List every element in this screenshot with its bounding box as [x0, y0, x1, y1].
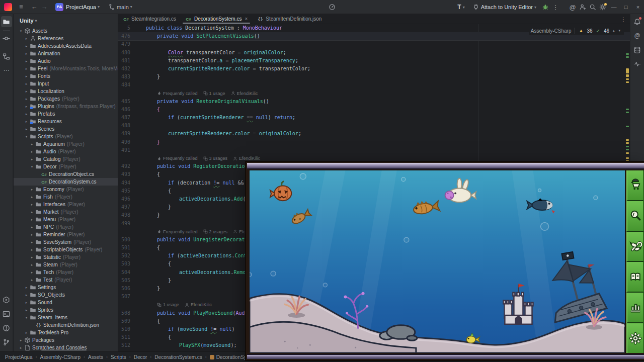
tree-item-packages[interactable]: ▸Packages(Player) [14, 95, 118, 103]
game-button-magnifier[interactable] [626, 201, 644, 232]
chevron-right-icon[interactable]: ▸ [30, 150, 34, 154]
chevron-right-icon[interactable]: ▸ [30, 270, 34, 275]
game-window[interactable] [246, 162, 644, 360]
project-tool-icon[interactable] [1, 16, 12, 27]
game-window-top-bar[interactable] [247, 163, 644, 169]
chevron-right-icon[interactable]: ▸ [24, 120, 29, 124]
tree-item-statistic[interactable]: ▸Statistic(Player) [14, 253, 118, 261]
forward-icon[interactable]: → [39, 2, 49, 12]
chevron-down-icon[interactable]: ▾ [30, 165, 34, 169]
chevron-right-icon[interactable]: ▸ [24, 37, 29, 41]
annotation-usages[interactable]: 3 usages [203, 154, 228, 162]
tree-item-steam[interactable]: ▸Steam(Player) [14, 261, 118, 268]
tree-item-audio[interactable]: ▸Audio(Player) [14, 148, 118, 155]
tree-item-tech[interactable]: ▸Tech(Player) [14, 268, 118, 276]
info-stripe-mark[interactable] [626, 112, 629, 113]
branch-icon[interactable] [107, 2, 117, 12]
tree-item-plugins[interactable]: ▸Plugins(firstpass, firstpass.Player) [14, 103, 118, 110]
tree-item-addressableassetsdata[interactable]: ▸AddressableAssetsData [14, 42, 118, 50]
ai-assistant-tool-icon[interactable]: @ [632, 30, 643, 41]
chevron-right-icon[interactable]: ▸ [24, 97, 29, 101]
tree-item-animation[interactable]: ▸Animation [14, 50, 118, 57]
chevron-right-icon[interactable]: ▸ [24, 331, 29, 335]
chevron-right-icon[interactable]: ▸ [19, 338, 23, 342]
tree-item-decorationsystem-cs[interactable]: C#DecorationSystem.cs [14, 178, 118, 186]
chevron-right-icon[interactable]: ▸ [24, 308, 29, 312]
tree-item-decorationobject-cs[interactable]: C#DecorationObject.cs [14, 170, 118, 178]
code-vision-annotation[interactable]: Frequently called1 usageEfendiKilic [118, 89, 630, 98]
terminal-tool-icon[interactable] [1, 308, 12, 319]
code-line-488[interactable]: 488 [118, 122, 630, 130]
chevron-down-icon[interactable]: ▾ [19, 29, 23, 33]
code-line-482[interactable]: 482currentSpriteRenderer.color = transpa… [118, 65, 630, 73]
tree-item-decor[interactable]: ▾Decor(Player) [14, 163, 118, 170]
annotation-usages[interactable]: 1 usage [157, 301, 179, 309]
breadcrumb-assembly-csharp[interactable]: Assembly-CSharp [40, 354, 80, 360]
chevron-right-icon[interactable]: ▸ [30, 203, 34, 207]
code-line-484[interactable]: 484 [118, 81, 630, 89]
git-tool-icon[interactable] [1, 336, 12, 347]
chevron-right-icon[interactable]: ▸ [30, 278, 34, 282]
info-stripe-mark[interactable] [626, 146, 629, 147]
notifications-bell-icon[interactable] [632, 16, 643, 27]
chevron-right-icon[interactable]: ▸ [24, 286, 29, 290]
tab-close-icon[interactable]: × [245, 16, 248, 22]
tree-item-interfaces[interactable]: ▸Interfaces(Player) [14, 201, 118, 208]
warning-stripe-mark[interactable] [626, 157, 629, 159]
chevron-right-icon[interactable]: ▸ [30, 233, 34, 237]
tab-steamintegration-cs[interactable]: C#SteamIntegration.cs [118, 14, 181, 24]
tree-item-sprites[interactable]: ▸Sprites [14, 306, 118, 314]
commit-tool-icon[interactable] [1, 33, 12, 44]
info-stripe-mark[interactable] [626, 126, 629, 127]
chevron-right-icon[interactable]: ▸ [30, 263, 34, 267]
tree-item-localization[interactable]: ▸Localization [14, 87, 118, 95]
tree-item-audio[interactable]: ▸Audio [14, 57, 118, 65]
main-menu-icon[interactable]: ≡ [16, 2, 26, 12]
tree-item-test[interactable]: ▸Test(Player) [14, 276, 118, 284]
code-line-485[interactable]: 485private void RestoreOriginalVisuals() [118, 98, 630, 106]
tree-item-feel[interactable]: ▸Feel(MoreMountains.Tools, MoreMountain [14, 65, 118, 72]
tree-item-savesystem[interactable]: ▸SaveSystem(Player) [14, 238, 118, 246]
tree-item-input[interactable]: ▸Input [14, 80, 118, 87]
debug-icon[interactable] [540, 2, 550, 12]
info-stripe-mark[interactable] [626, 109, 629, 110]
maximize-button[interactable]: □ [620, 0, 632, 14]
profiler-icon[interactable] [327, 2, 337, 12]
breadcrumb-assets[interactable]: Assets [88, 354, 103, 360]
code-line-487[interactable]: 487if (currentSpriteRenderer == null) re… [118, 114, 630, 122]
tree-item-textmesh-pro[interactable]: ▸TextMesh Pro [14, 329, 118, 336]
breadcrumb-decor[interactable]: Decor [134, 354, 147, 360]
game-button-settings-gear[interactable] [626, 323, 644, 353]
ai-assistant-icon[interactable]: @ [568, 2, 578, 12]
tree-item-prefabs[interactable]: ▸Prefabs [14, 110, 118, 118]
chevron-right-icon[interactable]: ▸ [24, 52, 29, 56]
tree-item-npc[interactable]: ▸NPC(Player) [14, 223, 118, 231]
add-user-icon[interactable] [578, 2, 588, 12]
annotation-user[interactable]: EfendiKilic [185, 301, 212, 309]
database-tool-icon[interactable] [632, 44, 643, 55]
chevron-right-icon[interactable]: ▸ [19, 346, 23, 350]
warning-stripe-mark[interactable] [626, 142, 629, 144]
prev-next-chevrons[interactable]: ▴ ▾ [613, 29, 622, 33]
search-icon[interactable] [588, 2, 598, 12]
warning-stripe-mark[interactable] [626, 68, 629, 73]
code-line-483[interactable]: 483} [118, 73, 630, 81]
tree-item-fish[interactable]: ▸Fish(Player) [14, 193, 118, 201]
chevron-right-icon[interactable]: ▸ [30, 240, 34, 244]
chevron-right-icon[interactable]: ▸ [30, 255, 34, 259]
project-badge[interactable]: PA [55, 3, 63, 11]
info-stripe-mark[interactable] [626, 53, 629, 55]
project-selector[interactable]: ProjectAqua [66, 4, 96, 10]
tree-item-sound[interactable]: ▸Sound [14, 299, 118, 306]
tree-item-catalog[interactable]: ▸Catalog(Player) [14, 155, 118, 163]
tree-item-fonts[interactable]: ▸Fonts [14, 72, 118, 80]
chevron-right-icon[interactable]: ▸ [30, 210, 34, 214]
tree-item-assets[interactable]: ▾Assets [14, 27, 118, 35]
breadcrumb-decorationsystem-cs[interactable]: DecorationSystem.cs [154, 354, 202, 360]
info-stripe-mark[interactable] [626, 56, 629, 58]
breadcrumb-scripts[interactable]: Scripts [111, 354, 126, 360]
minimize-button[interactable]: — [608, 0, 620, 14]
code-line-479[interactable]: 479 [118, 40, 630, 48]
chevron-right-icon[interactable]: ▸ [24, 74, 29, 78]
settings-gear-icon[interactable] [598, 2, 608, 12]
